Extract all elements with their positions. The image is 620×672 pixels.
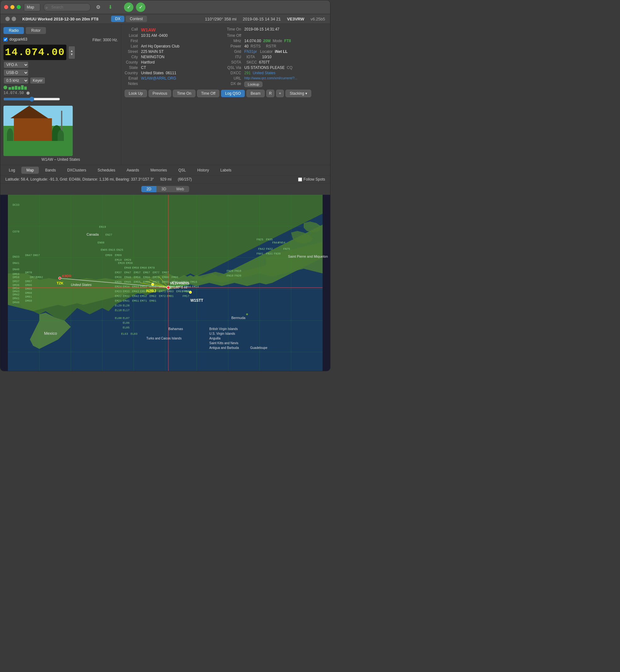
qsl-via-val: US STATIONS PLEASE CQ [244,65,327,70]
mhz-label: MHz [227,39,242,43]
left-top-row: 14.074.00 ▲ ▼ VFO A USB-D [3,45,118,103]
svg-text:EM22: EM22 [115,295,122,298]
dx-de-label: DX de [227,81,242,87]
step-select[interactable]: 0.5 kHz [3,77,29,84]
map-area[interactable]: Canada [0,195,330,371]
svg-text:EM72: EM72 [159,295,166,298]
svg-text:EL18: EL18 [115,309,122,312]
follow-spots-label[interactable]: Follow Spots [298,177,325,181]
svg-text:CO70: CO70 [13,230,19,233]
svg-text:EM32: EM32 [123,295,130,298]
volume-slider[interactable] [3,97,60,102]
svg-text:EM77: EM77 [153,271,160,274]
turks-caicos-text: Turks and Caicos Islands [146,337,182,340]
titlebar: Map ⌕ ⚙ ⬇ ✓ ✓ [0,0,330,14]
tab-map[interactable]: Map [21,166,39,174]
lookup-button[interactable]: Lookup [244,81,262,87]
tab-schedules[interactable]: Schedules [92,166,120,174]
map-dropdown[interactable]: Map [24,3,40,11]
sub-freq-row: 14.074.50 [3,91,75,95]
svg-text:EL05: EL05 [123,326,130,329]
look-up-button[interactable]: Look Up [124,90,147,97]
tab-history[interactable]: History [192,166,214,174]
mode-select[interactable]: USB-D [3,69,29,76]
view-web[interactable]: Web [171,186,189,192]
dxcc-label: DXCC [227,71,242,75]
status-dots [5,17,16,21]
svg-text:0°/180° 0 mi: 0°/180° 0 mi [170,286,187,289]
tab-awards[interactable]: Awards [121,166,145,174]
time-off-label: Time Off [227,33,242,38]
dogpark-checkbox-label[interactable]: dogpark63 [3,37,28,42]
stacking-button[interactable]: Stacking ▾ [286,90,311,97]
svg-text:EM48: EM48 [124,267,131,270]
view-2d[interactable]: 2D [141,186,156,192]
svg-text:EL17: EL17 [123,309,130,312]
previous-button[interactable]: Previous [149,90,171,97]
tab-log[interactable]: Log [3,166,20,174]
svg-text:FN32: FN32 [266,247,273,251]
svg-text:EN25: EN25 [116,248,123,252]
svg-text:EM34: EM34 [123,285,130,288]
svg-text:FM06: FM06 [171,276,178,279]
view-3d[interactable]: 3D [156,186,171,192]
tab-bands[interactable]: Bands [40,166,61,174]
saint-pierre-text: Saint Pierre and Miquelon [288,255,328,258]
time-on-button[interactable]: Time On [173,90,196,97]
local-label: Local [124,33,138,38]
sbar-3 [15,86,17,90]
call-label: Call [124,27,138,33]
datetime-info: 2019-08-15 14 34 21 [243,17,281,21]
us-vi-text: U.S. Virgin Islands [209,332,235,335]
tab-qsl[interactable]: QSL [173,166,191,174]
k9dr-label: K9DR [62,274,71,278]
svg-text:DM42: DM42 [13,293,19,296]
antigua-text: Antigua and Barbuda [209,346,239,349]
tree-3 [58,130,64,141]
search-input[interactable] [43,3,91,11]
time-off-button[interactable]: Time Off [197,90,219,97]
callsign-info: VE3VRW [287,17,304,21]
maximize-button[interactable] [17,5,21,9]
freq-spinner[interactable]: ▲ ▼ [68,46,75,59]
vfo-select[interactable]: VFO A [3,61,29,68]
close-button[interactable] [4,5,8,9]
radio-tab[interactable]: Radio [3,27,24,34]
download-button[interactable]: ⬇ [106,3,114,12]
check-button-1[interactable]: ✓ [124,3,134,12]
first-label: First [124,39,138,43]
bearing-info: 110°/290° 358 mi [205,17,236,21]
slider-row [3,97,75,103]
url-val: http://www.qrz.com/xml/current/?... [244,76,327,80]
svg-text:DM81: DM81 [25,295,32,298]
action-buttons: Look Up Previous Time On Time Off Log QS… [124,90,327,97]
tab-dx[interactable]: DX [111,16,124,22]
tab-labels[interactable]: Labels [215,166,237,174]
tab-dxclusters[interactable]: DXClusters [62,166,92,174]
step-controls: 0.5 kHz Keyer [3,77,75,84]
keyer-button[interactable]: Keyer [30,77,45,84]
check-button-2[interactable]: ✓ [136,3,145,12]
r-button[interactable]: R [266,90,275,97]
follow-spots-checkbox[interactable] [298,177,302,181]
dogpark-checkbox[interactable] [3,38,8,42]
signal-bar [3,85,75,90]
tab-contest[interactable]: Contest [125,16,147,22]
building-shape [14,118,52,141]
notes-label: Notes [124,81,138,87]
svg-text:FN44: FN44 [272,241,279,244]
plus-button[interactable]: + [276,90,284,97]
callsign-val: W1AW [141,27,224,33]
main-title: K0HUU Worked 2018-12-30 on 20m FT8 [22,17,99,21]
log-qso-button[interactable]: Log QSO [221,90,245,97]
settings-button[interactable]: ⚙ [94,3,103,12]
view-tabs-container: 2D 3D Web [0,183,330,195]
main-window: Map ⌕ ⚙ ⬇ ✓ ✓ K0HUU Worked 2018-12-30 on… [0,0,330,371]
itu-iota-val: IOTA 10/10 [244,55,327,59]
minimize-button[interactable] [10,5,14,9]
svg-text:EM57: EM57 [134,271,141,274]
tab-memories[interactable]: Memories [145,166,172,174]
svg-text:FN42: FN42 [258,247,265,251]
beam-button[interactable]: Beam [247,90,264,97]
rotor-tab[interactable]: Rotor [26,27,46,34]
